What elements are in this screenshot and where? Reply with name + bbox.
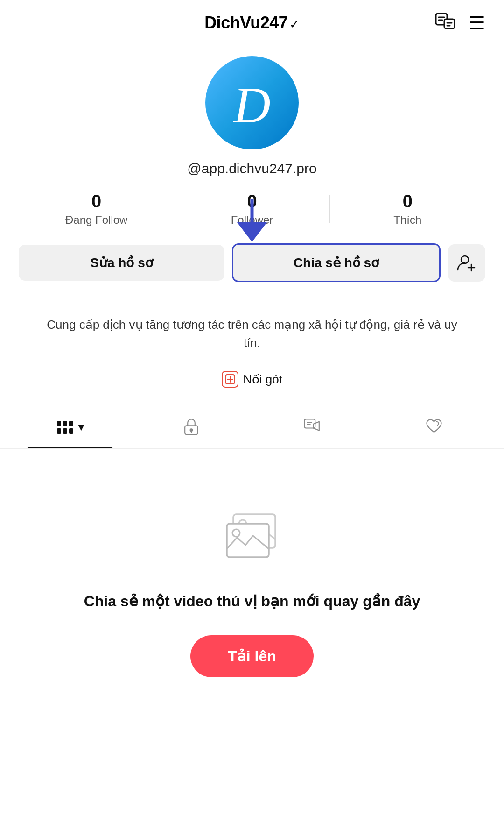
- avatar: D: [205, 56, 299, 149]
- likes-label: Thích: [393, 213, 421, 227]
- username: @app.dichvu247.pro: [187, 161, 316, 177]
- add-friend-button[interactable]: [448, 244, 485, 282]
- tab-grid[interactable]: ▾: [9, 406, 131, 448]
- app-name: DichVu247: [204, 13, 287, 32]
- empty-state: Chia sẻ một video thú vị bạn mới quay gầ…: [0, 449, 504, 705]
- tab-bar: ▾: [0, 406, 504, 449]
- following-label: Đang Follow: [65, 213, 127, 227]
- header-title[interactable]: DichVu247✓: [204, 13, 300, 33]
- menu-icon[interactable]: ☰: [469, 14, 485, 32]
- upload-button[interactable]: Tải lên: [190, 635, 314, 677]
- tab-liked[interactable]: [373, 406, 495, 448]
- empty-title: Chia sẻ một video thú vị bạn mới quay gầ…: [84, 591, 420, 612]
- header: DichVu247✓ ☰: [0, 0, 504, 42]
- activity-icon[interactable]: [435, 13, 455, 34]
- grid-icon: ▾: [57, 421, 84, 434]
- svg-point-8: [461, 256, 469, 263]
- lock-icon: [182, 418, 200, 437]
- tag-icon: [304, 418, 322, 437]
- tab-tagged[interactable]: [252, 406, 373, 448]
- stat-following: 0 Đang Follow: [19, 192, 174, 227]
- stat-likes: 0 Thích: [330, 192, 485, 227]
- action-buttons: Sửa hồ sơ Chia sẻ hồ sơ: [19, 243, 485, 282]
- heart-icon: [425, 418, 443, 437]
- arrow-indicator: [233, 199, 271, 245]
- svg-rect-23: [227, 524, 269, 557]
- empty-icon: [215, 505, 289, 572]
- profile-section: D @app.dichvu247.pro 0 Đang Follow 0 Fol…: [0, 42, 504, 406]
- header-actions: ☰: [435, 13, 485, 34]
- likes-count: 0: [403, 192, 413, 212]
- bio-section: Cung cấp dịch vụ tăng tương tác trên các…: [19, 316, 485, 352]
- svg-marker-7: [237, 222, 267, 242]
- bio-text: Cung cấp dịch vụ tăng tương tác trên các…: [37, 316, 467, 352]
- share-profile-button[interactable]: Chia sẻ hồ sơ: [232, 243, 441, 282]
- edit-profile-button[interactable]: Sửa hồ sơ: [19, 245, 224, 281]
- tab-private[interactable]: [131, 406, 252, 448]
- svg-rect-3: [444, 19, 455, 28]
- link-label[interactable]: Nối gót: [243, 372, 282, 387]
- link-section[interactable]: Nối gót: [222, 371, 282, 388]
- chevron-icon: ✓: [289, 17, 300, 31]
- avatar-letter: D: [233, 79, 270, 131]
- link-icon: [222, 371, 238, 388]
- following-count: 0: [91, 192, 101, 212]
